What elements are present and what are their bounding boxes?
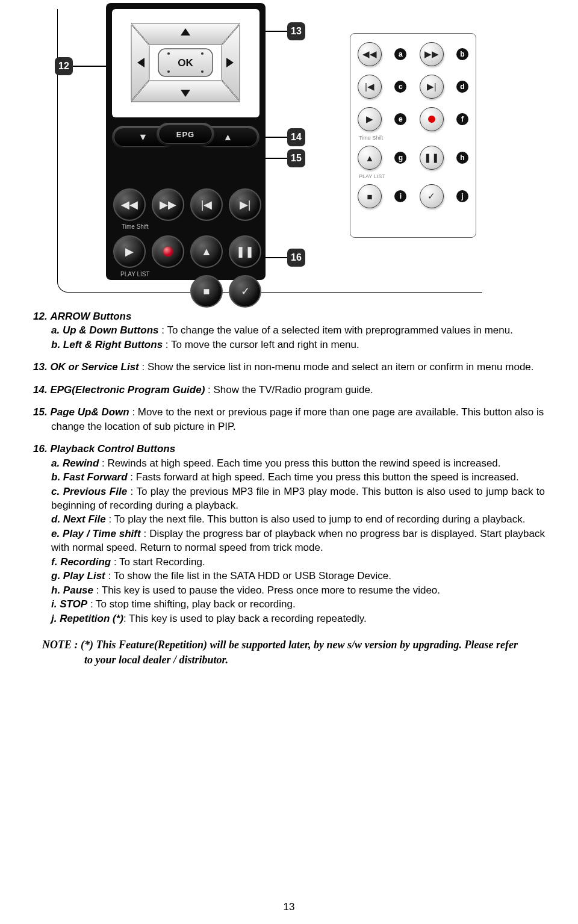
- epg-button: EPG: [157, 123, 214, 146]
- item-14: 14. EPG(Electronic Program Guide) : Show…: [33, 383, 545, 397]
- inset-check-icon: ✓: [420, 184, 444, 208]
- remote-diagram: 12 13 14 15 16: [57, 9, 482, 293]
- inset-ff-icon: ▶▶: [420, 42, 444, 66]
- callout-16: 16: [261, 249, 305, 267]
- callout-12: 12: [55, 57, 109, 75]
- playback-grid: ◀◀ ▶▶ |◀ ▶| Time Shift ▶ ▲ ❚❚ ■ ✓: [112, 186, 259, 308]
- prevfile-button: |◀: [190, 188, 223, 221]
- note-text: NOTE : (*) This Feature(Repetition) will…: [42, 637, 527, 668]
- inset-pause-icon: ❚❚: [420, 146, 444, 170]
- playlist-button: ▲: [190, 235, 223, 268]
- svg-point-10: [201, 52, 204, 55]
- nextfile-button: ▶|: [229, 188, 261, 221]
- page-number: 13: [0, 901, 578, 913]
- inset-eject-icon: ▲: [358, 146, 382, 170]
- inset-rewind-icon: ◀◀: [358, 42, 382, 66]
- item-15: 15. Page Up& Down : Move to the next or …: [33, 405, 545, 433]
- svg-point-12: [201, 70, 204, 73]
- svg-point-9: [167, 52, 170, 55]
- item-16: 16. Playback Control Buttons a. Rewind :…: [33, 442, 545, 625]
- dpad-plate: OK: [125, 17, 246, 108]
- repeat-button: ✓: [229, 275, 261, 308]
- item-13: 13. OK or Service List : Show the servic…: [33, 360, 545, 374]
- inset-ts-caption: Time Shift: [359, 135, 468, 141]
- callout-15: 15: [261, 149, 305, 167]
- rewind-button: ◀◀: [113, 188, 146, 221]
- inset-prev-icon: |◀: [358, 75, 382, 99]
- svg-text:OK: OK: [178, 57, 193, 69]
- inset-record-icon: [420, 107, 444, 131]
- timeshift-label: Time Shift: [122, 223, 261, 231]
- inset-play-icon: ▶: [358, 107, 382, 131]
- record-button: [152, 235, 184, 268]
- play-button: ▶: [113, 235, 146, 268]
- content-body: 12. ARROW Buttons a. Up & Down Buttons :…: [33, 309, 545, 668]
- fastforward-button: ▶▶: [152, 188, 184, 221]
- svg-point-11: [167, 70, 170, 73]
- dpad-area: OK: [112, 9, 259, 117]
- inset-stop-icon: ■: [358, 184, 382, 208]
- remote-body: OK ▼ ▲ EPG ◀◀ ▶▶ |◀: [106, 3, 266, 280]
- pause-button: ❚❚: [229, 235, 261, 268]
- stop-button: ■: [190, 275, 223, 308]
- playlist-label: PLAY LIST: [120, 271, 150, 278]
- epg-wrapper: EPG: [149, 123, 222, 146]
- inset-legend: ◀◀a▶▶b |◀c▶|d ▶ef Time Shift ▲g❚❚h PLAY …: [350, 33, 476, 238]
- inset-next-icon: ▶|: [420, 75, 444, 99]
- inset-pl-caption: PLAY LIST: [359, 173, 468, 179]
- item-12: 12. ARROW Buttons a. Up & Down Buttons :…: [33, 309, 545, 352]
